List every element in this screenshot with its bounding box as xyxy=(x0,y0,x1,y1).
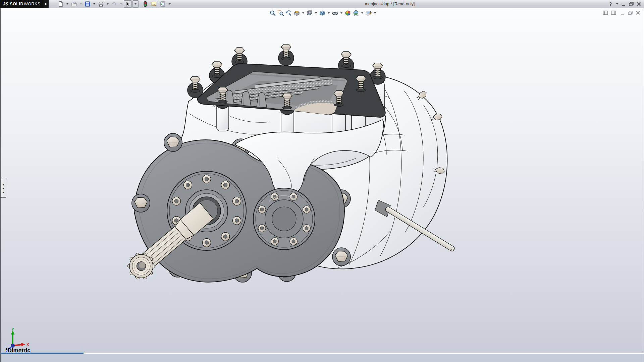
traffic-light-icon xyxy=(142,1,148,7)
open-folder-icon xyxy=(71,1,77,7)
document-window-controls xyxy=(603,10,640,16)
cursor-arrow-icon xyxy=(125,1,131,7)
section-view-icon xyxy=(293,10,300,16)
restore-button[interactable] xyxy=(629,1,634,7)
left-arrow-icon: ◀ xyxy=(2,187,4,189)
help-button[interactable]: ? xyxy=(608,1,613,7)
select-dropdown[interactable] xyxy=(132,0,139,8)
zoom-to-fit-icon xyxy=(269,10,276,16)
solidworks-logo: 3SSOLIDWORKS xyxy=(0,0,44,8)
close-icon xyxy=(636,10,640,15)
close-document-button[interactable] xyxy=(636,10,640,16)
print-dropdown[interactable] xyxy=(107,3,109,5)
zoom-to-area-icon xyxy=(277,10,284,16)
x-axis-label: X xyxy=(26,343,29,347)
note-icon xyxy=(151,1,157,7)
window-title: menjac sklop * [Read-only] xyxy=(172,2,608,6)
minimize-document-button[interactable] xyxy=(620,10,625,16)
apply-scene-icon xyxy=(353,10,359,16)
hide-show-items-dropdown[interactable] xyxy=(340,12,342,14)
edit-appearance-button[interactable] xyxy=(344,9,352,17)
save-dropdown[interactable] xyxy=(93,3,95,5)
bottom-strip xyxy=(84,353,644,354)
undo-button[interactable] xyxy=(110,0,118,8)
display-style-icon xyxy=(319,10,326,16)
open-dropdown[interactable] xyxy=(80,3,82,5)
zoom-to-area-button[interactable] xyxy=(277,9,284,17)
left-pane-icon xyxy=(603,10,608,15)
menu-flyout-button[interactable] xyxy=(44,0,49,8)
feature-manager-flyout-tab[interactable]: ◀ ◀ ◀ xyxy=(1,179,6,198)
left-arrow-icon: ◀ xyxy=(2,184,4,186)
logo-name-bold: SOLID xyxy=(10,2,23,6)
previous-view-icon xyxy=(285,10,292,16)
design-checker-button[interactable] xyxy=(159,0,167,8)
previous-view-button[interactable] xyxy=(285,9,292,17)
view-settings-dropdown[interactable] xyxy=(374,12,376,14)
apply-scene-dropdown[interactable] xyxy=(361,12,363,14)
new-button[interactable] xyxy=(57,0,65,8)
title-bar: 3SSOLIDWORKS xyxy=(0,0,644,8)
window-border-bottom xyxy=(1,353,84,354)
view-settings-icon xyxy=(365,10,372,16)
open-button[interactable] xyxy=(70,0,78,8)
solidworks-window: 3SSOLIDWORKS xyxy=(0,0,644,362)
interference-button[interactable] xyxy=(141,0,149,8)
flyout-arrow-icon xyxy=(45,3,47,5)
minimize-button[interactable] xyxy=(621,1,627,7)
close-icon xyxy=(636,2,641,6)
caret-down-icon xyxy=(135,3,137,5)
gearbox-model[interactable] xyxy=(1,8,644,362)
show-right-pane-button[interactable] xyxy=(611,10,616,16)
apply-scene-button[interactable] xyxy=(352,9,360,17)
new-document-icon xyxy=(58,1,64,7)
print-button[interactable] xyxy=(97,0,105,8)
minimize-icon xyxy=(620,10,625,15)
restore-document-button[interactable] xyxy=(628,10,633,16)
checklist-icon xyxy=(160,1,166,7)
gearbox-assembly xyxy=(128,44,455,282)
section-view-button[interactable] xyxy=(293,9,301,17)
logo-name-light: WORKS xyxy=(24,2,41,6)
logo-mark: 3S xyxy=(3,1,9,6)
view-settings-button[interactable] xyxy=(365,9,372,17)
select-button[interactable] xyxy=(124,0,132,8)
display-style-dropdown[interactable] xyxy=(328,12,330,14)
show-left-pane-button[interactable] xyxy=(603,10,608,16)
help-dropdown[interactable] xyxy=(616,3,618,5)
undo-arrow-icon xyxy=(111,1,117,7)
edit-appearance-icon xyxy=(344,10,351,16)
hide-show-items-button[interactable] xyxy=(331,9,339,17)
restore-icon xyxy=(628,10,633,15)
y-axis-label: Y xyxy=(12,328,14,331)
left-arrow-icon: ◀ xyxy=(2,191,4,193)
save-button[interactable] xyxy=(84,0,92,8)
minimize-icon xyxy=(622,2,626,6)
close-button[interactable] xyxy=(636,1,641,7)
restore-icon xyxy=(629,2,634,6)
graphics-viewport[interactable]: ◀ ◀ ◀ Y X Z *Dimetric xyxy=(0,8,644,362)
right-pane-icon xyxy=(611,10,616,15)
view-orientation-icon xyxy=(306,10,313,16)
view-orientation-button[interactable] xyxy=(306,9,313,17)
section-view-dropdown[interactable] xyxy=(302,12,304,14)
printer-icon xyxy=(98,1,104,7)
display-style-button[interactable] xyxy=(319,9,326,17)
comment-button[interactable] xyxy=(150,0,158,8)
heads-up-view-toolbar xyxy=(269,9,377,17)
save-floppy-icon xyxy=(85,1,91,7)
view-orientation-dropdown[interactable] xyxy=(315,12,317,14)
zoom-to-fit-button[interactable] xyxy=(269,9,276,17)
hide-show-items-icon xyxy=(332,10,338,16)
undo-dropdown[interactable] xyxy=(120,3,122,5)
new-dropdown[interactable] xyxy=(66,3,68,5)
toolbar-options-dropdown[interactable] xyxy=(169,3,171,5)
